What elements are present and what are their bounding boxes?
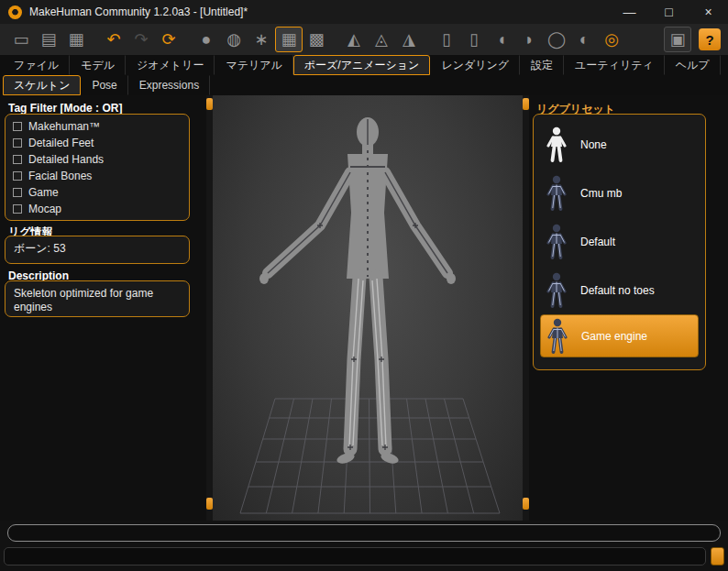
symmetry-right-icon[interactable]: ◮ — [395, 27, 423, 52]
redo-icon[interactable]: ↷ — [127, 27, 155, 52]
viewport-scene — [213, 95, 523, 521]
app-logo-icon — [8, 5, 22, 19]
checkbox-icon[interactable] — [13, 188, 22, 197]
tag-filter-title: Tag Filter [Mode : OR] — [8, 102, 122, 115]
splitter-grip[interactable] — [523, 98, 529, 110]
toolbar-separator — [90, 27, 100, 52]
tab-settings[interactable]: 設定 — [520, 55, 564, 75]
checkbox-facial-bones[interactable]: Facial Bones — [6, 168, 189, 184]
minimize-button[interactable]: — — [610, 0, 649, 24]
reset-camera-icon[interactable]: ◎ — [598, 27, 625, 52]
person-icon — [546, 126, 567, 163]
splitter-grip[interactable] — [206, 498, 213, 510]
top-view-icon[interactable]: ◯ — [543, 27, 570, 52]
tab-modelling[interactable]: モデル — [70, 55, 126, 75]
makehuman-window: MakeHuman Community 1.2.0a3 - [Untitled]… — [0, 0, 728, 571]
checkbox-icon[interactable] — [13, 171, 22, 181]
undo-icon[interactable]: ↶ — [100, 27, 127, 52]
rig-preset-list: None Cmu mb Default Default no toes Game — [534, 115, 705, 357]
preset-default[interactable]: Default — [534, 217, 705, 266]
preset-game-engine[interactable]: Game engine — [540, 314, 699, 357]
toolbar-separator — [182, 27, 193, 52]
bottom-scrollbar-thumb[interactable] — [711, 547, 724, 566]
pose-grid-icon[interactable]: ▦ — [275, 27, 303, 52]
bottom-scrollbar-track[interactable] — [4, 547, 706, 566]
3d-viewport[interactable] — [213, 95, 523, 521]
tag-filter-box: Makehuman™ Detailed Feet Detailed Hands … — [5, 114, 190, 221]
checkbox-icon[interactable] — [13, 138, 22, 148]
skeleton-view-icon[interactable]: ∗ — [248, 27, 275, 52]
preset-label: Default no toes — [580, 284, 655, 297]
new-file-icon[interactable]: ▭ — [7, 27, 35, 52]
window-title: MakeHuman Community 1.2.0a3 - [Untitled]… — [29, 5, 248, 18]
maximize-button[interactable]: □ — [649, 0, 689, 24]
checkbox-game[interactable]: Game — [6, 184, 189, 201]
main-toolbar: ▭ ▤ ▦ ↶ ↷ ⟳ ● ◍ ∗ ▦ ▩ ◭ ◬ ◮ ▯ ▯ ◖ ◗ ◯ ◐ … — [0, 24, 728, 55]
tab-rendering[interactable]: レンダリング — [430, 55, 520, 75]
human-model-icon — [259, 117, 456, 466]
preset-cmu-mb[interactable]: Cmu mb — [534, 169, 705, 217]
content-area: Tag Filter [Mode : OR] Makehuman™ Detail… — [0, 95, 728, 521]
smooth-shaded-icon[interactable]: ● — [193, 27, 220, 52]
tab-geometries[interactable]: ジオメトリー — [126, 55, 215, 75]
description-box: Skeleton optimized for game engines — [5, 280, 190, 317]
load-icon[interactable]: ▦ — [62, 27, 90, 52]
tab-materials[interactable]: マテリアル — [215, 55, 292, 75]
preset-none[interactable]: None — [534, 120, 705, 169]
progress-bar — [7, 524, 721, 542]
checkbox-detailed-hands[interactable]: Detailed Hands — [6, 151, 189, 168]
reload-icon[interactable]: ⟳ — [155, 27, 182, 52]
tab-help[interactable]: ヘルプ — [665, 55, 721, 75]
category-tabs: ファイル モデル ジオメトリー マテリアル ポーズ/アニメーション レンダリング… — [0, 55, 728, 75]
save-icon[interactable]: ▤ — [35, 27, 62, 52]
checkbox-label: Mocap — [28, 203, 61, 215]
tab-expressions[interactable]: Expressions — [128, 75, 210, 95]
splitter-grip[interactable] — [206, 98, 213, 110]
person-icon — [546, 175, 567, 212]
splitter-grip[interactable] — [523, 498, 529, 510]
symmetry-left-icon[interactable]: ◭ — [340, 27, 368, 52]
rig-info-box: ボーン: 53 — [5, 236, 190, 264]
help-icon[interactable]: ? — [699, 28, 721, 50]
bone-count: ボーン: 53 — [6, 236, 189, 256]
checkbox-detailed-feet[interactable]: Detailed Feet — [6, 135, 189, 151]
preset-label: Game engine — [581, 330, 647, 343]
preset-label: Cmu mb — [580, 187, 622, 200]
toolbar-separator — [423, 27, 433, 52]
sub-tabs: スケルトン Pose Expressions — [0, 75, 728, 95]
checkbox-makehuman[interactable]: Makehuman™ — [6, 118, 189, 135]
toolbar-separator — [330, 27, 340, 52]
tab-skeleton[interactable]: スケルトン — [3, 75, 81, 95]
tab-files[interactable]: ファイル — [3, 55, 70, 75]
tab-pose-animate[interactable]: ポーズ/アニメーション — [293, 55, 431, 75]
close-button[interactable]: × — [689, 0, 728, 24]
checkbox-icon[interactable] — [13, 122, 22, 131]
ground-grid-icon — [240, 399, 500, 513]
left-splitter[interactable] — [206, 95, 213, 521]
rotate-right-icon[interactable]: ◗ — [515, 27, 543, 52]
preset-label: Default — [580, 236, 615, 248]
right-splitter[interactable] — [523, 95, 529, 521]
checkbox-mocap[interactable]: Mocap — [6, 201, 189, 217]
checkbox-icon[interactable] — [13, 204, 22, 214]
preset-default-no-toes[interactable]: Default no toes — [534, 266, 705, 314]
wireframe-icon[interactable]: ◍ — [220, 27, 248, 52]
checkbox-label: Facial Bones — [28, 170, 92, 182]
checkbox-icon[interactable] — [13, 155, 22, 164]
tab-utilities[interactable]: ユーティリティ — [564, 55, 665, 75]
mouse-pan-icon[interactable]: ▯ — [460, 27, 488, 52]
tab-pose[interactable]: Pose — [81, 75, 127, 95]
texture-checker-icon[interactable]: ▩ — [303, 27, 330, 52]
rotate-left-icon[interactable]: ◖ — [488, 27, 515, 52]
mouse-rotate-icon[interactable]: ▯ — [433, 27, 460, 52]
screenshot-icon[interactable]: ▣ — [664, 27, 691, 52]
person-icon — [546, 224, 567, 260]
rig-presets-box: None Cmu mb Default Default no toes Game — [533, 114, 706, 370]
titlebar: MakeHuman Community 1.2.0a3 - [Untitled]… — [0, 0, 728, 24]
description-text: Skeleton optimized for game engines — [6, 281, 189, 314]
preset-label: None — [580, 138, 607, 151]
person-icon — [547, 318, 568, 355]
symmetry-both-icon[interactable]: ◬ — [368, 27, 395, 52]
tab-community[interactable]: Community — [721, 55, 728, 75]
side-view-icon[interactable]: ◐ — [570, 27, 598, 52]
